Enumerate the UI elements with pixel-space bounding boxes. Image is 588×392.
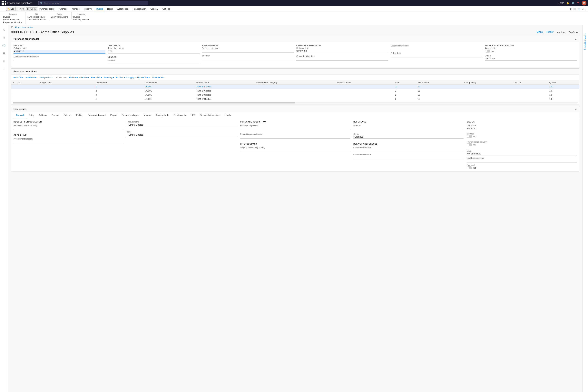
location-label: Location [202,54,294,57]
tab-loads[interactable]: Loads [222,112,233,118]
settings-icon[interactable]: ⚙️ [572,2,574,4]
ribbon-cash-flow-btn[interactable]: Cash flow forecasts [26,18,47,21]
stopped-value: No [473,135,476,138]
add-lines-btn[interactable]: + Add lines [26,76,38,79]
back-icon[interactable]: ◁ [582,8,583,10]
ribbon-tab-options[interactable]: Options [160,7,172,11]
ribbon-tab-manage[interactable]: Manage [70,7,82,11]
view-tab-header[interactable]: Header [546,30,554,34]
table-row[interactable]: 3 A0001 HDMI 6' Cables 2 29 1.0 [11,93,579,97]
ribbon-invoice-btn[interactable]: Invoice [2,16,23,18]
work-details-btn[interactable]: Work details [151,76,165,79]
prevent-partial-toggle[interactable] [467,143,472,146]
table-row[interactable]: 4 A0001 HDMI 6' Cables 2 29 1.0 [11,97,579,101]
tab-foreign-trade[interactable]: Foreign trade [154,112,171,118]
tab-price-discount[interactable]: Price and discount [86,112,108,118]
sidebar-icon-list[interactable]: ≡ [1,58,7,64]
pr-value [240,127,350,130]
ribbon-tab-general[interactable]: General [148,7,160,11]
view-tab-lines[interactable]: Lines [536,30,542,34]
ribbon-tab-purchase-order[interactable]: Purchase order [38,7,56,11]
po-header-section: Purchase order header ∧ DELIVERY Deliver… [11,36,580,67]
remove-btn[interactable]: 🗑 Remove [55,76,68,79]
tab-variants[interactable]: Variants [141,112,154,118]
sidebar-icon-home[interactable]: ⌂ [1,27,7,33]
inventory-dropdown[interactable]: Inventory ▾ [104,76,114,78]
tab-fixed-assets[interactable]: Fixed assets [171,112,188,118]
financials-dropdown[interactable]: Financials ▾ [91,76,102,78]
stopped-toggle[interactable] [467,135,472,138]
tab-product-packages[interactable]: Product packages [119,112,141,118]
sales-date-label: Sales date [391,52,482,54]
tab-financial-dimensions[interactable]: Financial dimensions [198,112,222,118]
row1-proc [254,85,335,89]
ribbon-edit-btn[interactable]: ✏️ Edit [6,7,16,11]
table-row[interactable]: 1 A0001 HDMI 6' Cables 2 29 1.0 [11,85,579,89]
ribbon-journal-invoice-btn[interactable]: Invoice [72,16,90,18]
help-icon[interactable]: ❓ [577,2,580,4]
breadcrumb[interactable]: All purchase orders [14,26,33,28]
finalized-toggle[interactable] [467,166,472,169]
text-input[interactable] [127,133,237,137]
ribbon-new-btn[interactable]: ＋ New [16,7,25,11]
close-icon[interactable]: ✕ [584,8,586,10]
tab-setup[interactable]: Setup [26,112,37,118]
sidebar-icon-table[interactable]: ⊞ [1,50,7,56]
row4-check [11,97,16,101]
ribbon-tab-purchase[interactable]: Purchase [56,7,70,11]
line-detail-tabs: General Setup Address Product Delivery P… [11,112,579,118]
tab-product[interactable]: Product [49,112,61,118]
ribbon-payment-schedule-btn[interactable]: Payment schedule [26,16,47,18]
tab-1099[interactable]: 1099 [188,112,198,118]
hamburger-icon[interactable]: ☰ [2,8,4,10]
ribbon-pending-invoices-btn[interactable]: Pending invoices [72,18,90,21]
external-field: External [354,124,464,130]
table-scroll-horizontal[interactable] [13,102,578,104]
top-bar: Finance and Operations 🔍 USMF 🔔 ⚙️ ❓ AD [0,0,588,6]
sidebar-icon-menu[interactable]: ⋮ [1,66,7,72]
ribbon-tab-invoice[interactable]: Invoice [94,7,105,11]
add-products-btn[interactable]: Add products [39,76,54,79]
table-row[interactable]: 2 A0001 HDMI 6' Cables 2 29 1.0 [11,89,579,93]
ribbon-tab-receive[interactable]: Receive [82,7,94,11]
table-header-row: ✓ Typ Budget chec... Line number Item nu… [11,80,579,85]
ribbon-tab-retail[interactable]: Retail [105,7,115,11]
add-line-btn[interactable]: + Add line [13,76,24,79]
search-input[interactable] [44,2,146,4]
purchase-order-line-dropdown[interactable]: Purchase order line ▾ [69,76,89,78]
ribbon-tab-warehouse[interactable]: Warehouse [115,7,130,11]
po-lines-table-wrap: ✓ Typ Budget chec... Line number Item nu… [11,80,579,101]
sidebar-icon-clock[interactable]: 🕐 [1,42,7,48]
product-supply-dropdown[interactable]: Product and supply ▾ [116,76,136,78]
sync-icon[interactable]: 🔄 [578,8,580,10]
related-info-label[interactable]: Related information [584,33,586,50]
line-details-collapse-btn[interactable]: ∧ [575,108,577,110]
duplicate-icon[interactable]: ⬜ [573,8,576,10]
update-line-dropdown[interactable]: Update line ▾ [137,76,150,78]
quality-label: Quality order status [467,157,577,159]
product-name-input[interactable] [127,123,237,127]
tab-picking[interactable]: Picking [74,112,86,118]
ribbon-open-transactions-btn[interactable]: Open transactions [50,16,69,18]
ribbon-prepayment-btn[interactable]: Prepayment invoice [2,21,23,24]
tab-general[interactable]: General [14,112,26,118]
ribbon-delete-btn[interactable]: 🗑 Delete [26,7,37,11]
grid-icon[interactable] [2,1,6,5]
auto-created-toggle[interactable] [485,50,490,52]
tab-project[interactable]: Project [108,112,119,118]
po-header-collapse-btn[interactable]: ∧ [575,38,577,40]
ldc-group-rfq: REQUEST FOR QUOTATION Request for quotat… [14,121,124,169]
search-bar[interactable]: 🔍 [38,1,148,5]
delivery-date-input[interactable] [14,50,106,54]
ribbon-pro-forma-btn[interactable]: Pro forma invoice [2,18,23,21]
user-label: USMF [558,2,564,4]
expand-icon[interactable]: ⬡ [570,8,572,10]
notification-icon[interactable]: 🔔 [566,2,569,4]
ldc-group-status: STATUS Line status Invoiced Stopped No P… [467,121,577,169]
ribbon-tab-transportation[interactable]: Transportation [130,7,148,11]
sidebar-icon-star[interactable]: ☆ [1,34,7,41]
tab-address[interactable]: Address [37,112,49,118]
prevent-partial-toggle-wrap: No [467,143,577,146]
delivery-date-label: Delivery date [14,47,106,50]
tab-delivery[interactable]: Delivery [61,112,74,118]
